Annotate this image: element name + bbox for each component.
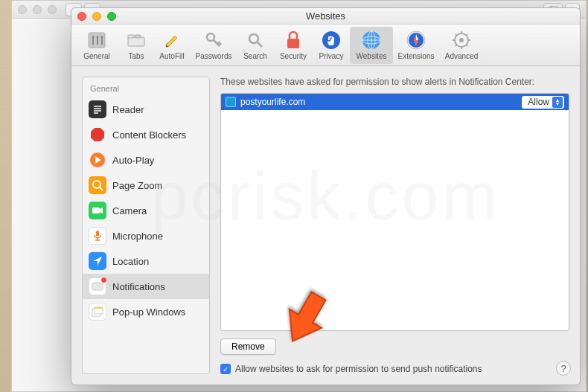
website-row[interactable]: postyourlife.com Allow ▲▼	[221, 94, 569, 110]
prefs-titlebar: Websites	[71, 8, 580, 25]
prefs-toolbar: General Tabs AutoFill Passwords Search	[71, 25, 580, 66]
svg-line-30	[466, 45, 467, 46]
sidebar-item-label: Pop-up Windows	[112, 306, 185, 318]
toolbar-label: Websites	[357, 52, 387, 60]
allow-ask-checkbox-row[interactable]: ✓ Allow websites to ask for permission t…	[220, 364, 569, 374]
pencil-icon	[162, 30, 182, 51]
svg-marker-37	[91, 128, 104, 141]
close-icon[interactable]	[18, 5, 27, 14]
sidebar-item-label: Location	[112, 256, 149, 267]
toolbar-label: Tabs	[128, 52, 144, 60]
toolbar-label: General	[83, 52, 110, 60]
sidebar-item-label: Content Blockers	[112, 129, 186, 141]
close-icon[interactable]	[77, 12, 86, 21]
toolbar-label: Security	[280, 52, 307, 60]
tabs-icon	[126, 30, 147, 51]
remove-button[interactable]: Remove	[220, 338, 276, 355]
lock-icon	[283, 30, 304, 51]
stop-icon	[89, 126, 106, 144]
sidebar-item-content-blockers[interactable]: Content Blockers	[83, 122, 209, 147]
website-list: postyourlife.com Allow ▲▼	[220, 93, 569, 331]
svg-rect-48	[92, 283, 103, 290]
microphone-icon	[89, 227, 106, 245]
globe-icon	[361, 30, 382, 51]
sidebar-item-notifications[interactable]: Notifications	[83, 274, 209, 299]
sidebar-header: General	[83, 82, 209, 97]
help-label: ?	[560, 363, 566, 374]
prefs-body: General Reader Content Blockers Auto-Pla…	[71, 66, 580, 385]
sidebar-item-camera[interactable]: Camera	[83, 198, 209, 223]
sidebar-item-label: Reader	[112, 104, 144, 115]
minimize-icon[interactable]	[92, 12, 101, 21]
toolbar-general[interactable]: General	[74, 27, 119, 64]
svg-point-13	[249, 34, 258, 43]
help-button[interactable]: ?	[556, 361, 571, 376]
toolbar-advanced[interactable]: Advanced	[439, 27, 484, 64]
checkbox-icon[interactable]: ✓	[220, 364, 231, 374]
toolbar-label: Extensions	[398, 52, 435, 60]
svg-line-32	[466, 34, 467, 36]
key-icon	[203, 30, 224, 51]
permission-value: Allow	[528, 97, 549, 107]
sidebar-item-autoplay[interactable]: Auto-Play	[83, 147, 209, 173]
svg-rect-9	[128, 37, 144, 46]
sidebar-item-location[interactable]: Location	[83, 248, 209, 274]
toolbar-privacy[interactable]: Privacy	[313, 27, 350, 64]
search-icon	[245, 30, 266, 51]
svg-rect-11	[135, 35, 141, 38]
minimize-icon[interactable]	[33, 5, 42, 14]
zoom-icon	[89, 176, 106, 194]
sidebar-item-label: Auto-Play	[112, 155, 154, 166]
zoom-icon[interactable]	[107, 12, 116, 21]
sidebar-item-page-zoom[interactable]: Page Zoom	[83, 173, 209, 198]
toolbar-autofill[interactable]: AutoFill	[153, 27, 191, 64]
compass-icon	[406, 30, 426, 51]
chevron-updown-icon: ▲▼	[552, 97, 563, 108]
toolbar-websites[interactable]: Websites	[350, 27, 393, 64]
notification-badge-icon	[100, 277, 107, 283]
svg-rect-7	[97, 36, 98, 45]
sidebar-item-label: Page Zoom	[112, 180, 162, 191]
toolbar-search[interactable]: Search	[237, 27, 274, 64]
zoom-icon[interactable]	[48, 5, 57, 14]
svg-rect-44	[96, 231, 99, 237]
camera-icon	[89, 202, 106, 219]
window-title: Websites	[71, 10, 580, 22]
site-favicon-icon	[226, 97, 236, 107]
svg-marker-47	[93, 257, 102, 266]
svg-line-41	[100, 187, 103, 190]
sidebar-item-microphone[interactable]: Microphone	[83, 223, 209, 248]
toolbar-label: AutoFill	[159, 52, 184, 60]
prefs-traffic-lights	[77, 12, 116, 21]
svg-rect-42	[92, 208, 100, 213]
switches-icon	[86, 30, 107, 51]
svg-rect-51	[95, 307, 103, 309]
toolbar-label: Advanced	[445, 52, 478, 60]
sidebar-item-reader[interactable]: Reader	[83, 97, 209, 122]
website-domain: postyourlife.com	[240, 97, 305, 107]
preferences-window: Websites General Tabs AutoFill Passwords	[71, 7, 581, 385]
sidebar-item-popups[interactable]: Pop-up Windows	[83, 299, 209, 324]
svg-rect-14	[287, 39, 299, 48]
reader-icon	[89, 100, 106, 118]
toolbar-passwords[interactable]: Passwords	[191, 27, 237, 64]
svg-point-24	[459, 38, 464, 42]
sidebar-item-label: Camera	[112, 205, 147, 216]
toolbar-label: Privacy	[319, 52, 344, 60]
permission-dropdown[interactable]: Allow ▲▼	[522, 96, 564, 109]
svg-rect-10	[128, 35, 134, 38]
toolbar-label: Passwords	[196, 52, 232, 60]
play-icon	[89, 151, 106, 169]
toolbar-label: Search	[243, 52, 267, 60]
svg-marker-43	[100, 208, 103, 213]
svg-point-40	[93, 181, 100, 188]
sidebar: General Reader Content Blockers Auto-Pla…	[82, 77, 210, 374]
bottom-controls: Remove ✓ Allow websites to ask for permi…	[220, 338, 569, 374]
content-header: These websites have asked for permission…	[220, 77, 569, 87]
toolbar-security[interactable]: Security	[274, 27, 313, 64]
toolbar-tabs[interactable]: Tabs	[119, 27, 153, 64]
sidebar-item-label: Notifications	[112, 281, 165, 292]
gear-icon	[451, 30, 472, 51]
content-pane: These websites have asked for permission…	[220, 77, 569, 374]
toolbar-extensions[interactable]: Extensions	[393, 27, 439, 64]
